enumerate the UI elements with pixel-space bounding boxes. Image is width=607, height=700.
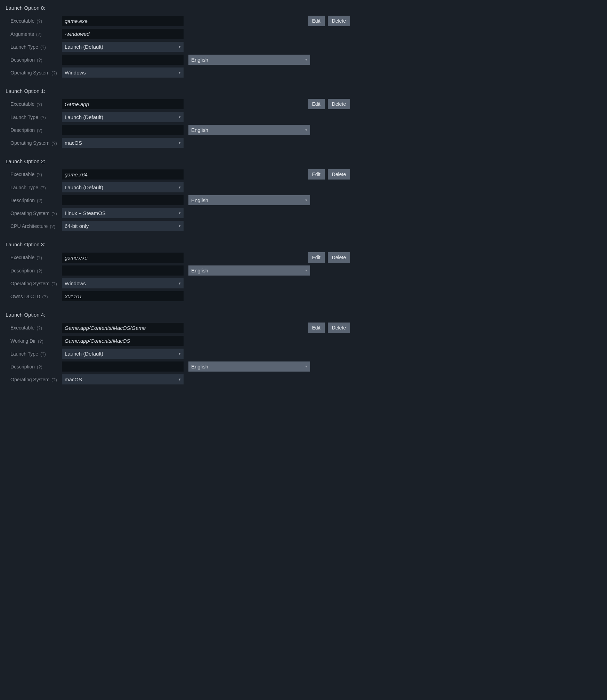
help-icon[interactable]: (?) <box>37 198 42 203</box>
label-executable: Executable(?) <box>10 101 62 107</box>
help-icon[interactable]: (?) <box>40 351 46 357</box>
action-buttons: EditDelete <box>308 16 350 26</box>
help-icon[interactable]: (?) <box>51 377 57 382</box>
label-arguments: Arguments(?) <box>10 31 62 37</box>
label-text: Working Dir <box>10 338 36 344</box>
working_dir-input[interactable] <box>62 336 184 346</box>
operating_system-select[interactable]: Windows▾ <box>62 67 184 78</box>
select-value: Launch (Default) <box>65 44 103 50</box>
help-icon[interactable]: (?) <box>40 185 46 190</box>
label-executable: Executable(?) <box>10 325 62 331</box>
row-operating_system: Operating System(?)Linux + SteamOS▾ <box>10 208 350 218</box>
launch-option-body: Executable(?)EditDeleteArguments(?)Launc… <box>5 16 350 78</box>
label-description: Description(?) <box>10 57 62 63</box>
description-language-select[interactable]: English▾ <box>188 265 310 276</box>
description-input[interactable] <box>62 361 184 372</box>
delete-button[interactable]: Delete <box>328 16 350 26</box>
delete-button[interactable]: Delete <box>328 252 350 263</box>
executable-input[interactable] <box>62 169 184 180</box>
launch-option-body: Executable(?)EditDeleteDescription(?)Eng… <box>5 252 350 301</box>
label-text: Description <box>10 198 35 203</box>
help-icon[interactable]: (?) <box>37 325 42 331</box>
cpu_architecture-select[interactable]: 64-bit only▾ <box>62 221 184 231</box>
executable-input[interactable] <box>62 99 184 109</box>
description-language-select[interactable]: English▾ <box>188 195 310 205</box>
row-executable: Executable(?)EditDelete <box>10 323 350 333</box>
launch_type-select[interactable]: Launch (Default)▾ <box>62 112 184 122</box>
description-input[interactable] <box>62 195 184 205</box>
label-text: Launch Type <box>10 185 38 190</box>
help-icon[interactable]: (?) <box>51 211 57 216</box>
description-language-select[interactable]: English▾ <box>188 361 310 372</box>
delete-button[interactable]: Delete <box>328 99 350 109</box>
label-text: Launch Type <box>10 351 38 357</box>
operating_system-select[interactable]: Linux + SteamOS▾ <box>62 208 184 218</box>
description-input[interactable] <box>62 125 184 135</box>
delete-button[interactable]: Delete <box>328 169 350 180</box>
help-icon[interactable]: (?) <box>40 45 46 50</box>
help-icon[interactable]: (?) <box>37 255 42 260</box>
help-icon[interactable]: (?) <box>40 115 46 120</box>
launch_type-select[interactable]: Launch (Default)▾ <box>62 182 184 192</box>
label-text: Description <box>10 268 35 273</box>
description-input[interactable] <box>62 265 184 276</box>
launch_type-select[interactable]: Launch (Default)▾ <box>62 42 184 52</box>
chevron-down-icon: ▾ <box>305 57 307 62</box>
operating_system-select[interactable]: macOS▾ <box>62 374 184 384</box>
description-input[interactable] <box>62 55 184 65</box>
help-icon[interactable]: (?) <box>36 32 42 37</box>
edit-button[interactable]: Edit <box>308 169 324 180</box>
label-owns_dlc_id: Owns DLC ID(?) <box>10 294 62 299</box>
select-value: Launch (Default) <box>65 114 103 120</box>
edit-button[interactable]: Edit <box>308 252 324 263</box>
help-icon[interactable]: (?) <box>51 141 57 146</box>
select-value: English <box>191 197 208 203</box>
description-language-select[interactable]: English▾ <box>188 55 310 65</box>
help-icon[interactable]: (?) <box>51 281 57 286</box>
edit-button[interactable]: Edit <box>308 323 324 333</box>
select-value: 64-bit only <box>65 223 89 229</box>
help-icon[interactable]: (?) <box>37 128 42 133</box>
chevron-down-icon: ▾ <box>179 115 181 119</box>
help-icon[interactable]: (?) <box>37 268 42 273</box>
help-icon[interactable]: (?) <box>37 18 42 24</box>
help-icon[interactable]: (?) <box>38 339 43 344</box>
action-buttons: EditDelete <box>308 323 350 333</box>
select-value: English <box>191 127 208 133</box>
row-executable: Executable(?)EditDelete <box>10 16 350 26</box>
edit-button[interactable]: Edit <box>308 16 324 26</box>
executable-input[interactable] <box>62 16 184 26</box>
operating_system-select[interactable]: macOS▾ <box>62 138 184 148</box>
label-text: CPU Architecture <box>10 223 48 229</box>
launch-option-body: Executable(?)EditDeleteLaunch Type(?)Lau… <box>5 99 350 148</box>
label-operating_system: Operating System(?) <box>10 281 62 286</box>
row-description: Description(?)English▾ <box>10 195 350 205</box>
help-icon[interactable]: (?) <box>37 102 42 107</box>
launch-option-title: Launch Option 1: <box>5 88 350 94</box>
help-icon[interactable]: (?) <box>37 172 42 177</box>
help-icon[interactable]: (?) <box>50 224 55 229</box>
launch_type-select[interactable]: Launch (Default)▾ <box>62 349 184 359</box>
delete-button[interactable]: Delete <box>328 323 350 333</box>
help-icon[interactable]: (?) <box>37 57 42 63</box>
executable-input[interactable] <box>62 323 184 333</box>
help-icon[interactable]: (?) <box>51 70 57 75</box>
edit-button[interactable]: Edit <box>308 99 324 109</box>
launch-option: Launch Option 2:Executable(?)EditDeleteL… <box>5 158 350 231</box>
help-icon[interactable]: (?) <box>42 294 48 299</box>
owns_dlc_id-input[interactable] <box>62 291 184 301</box>
operating_system-select[interactable]: Windows▾ <box>62 278 184 288</box>
row-launch_type: Launch Type(?)Launch (Default)▾ <box>10 112 350 122</box>
description-language-select[interactable]: English▾ <box>188 125 310 135</box>
executable-input[interactable] <box>62 253 184 263</box>
action-buttons: EditDelete <box>308 169 350 180</box>
select-value: Launch (Default) <box>65 351 103 357</box>
launch-option: Launch Option 1:Executable(?)EditDeleteL… <box>5 88 350 148</box>
chevron-down-icon: ▾ <box>179 185 181 190</box>
label-text: Operating System <box>10 140 49 146</box>
row-description: Description(?)English▾ <box>10 361 350 372</box>
label-text: Description <box>10 364 35 369</box>
help-icon[interactable]: (?) <box>37 364 42 369</box>
launch-option: Launch Option 3:Executable(?)EditDeleteD… <box>5 241 350 301</box>
arguments-input[interactable] <box>62 29 184 39</box>
